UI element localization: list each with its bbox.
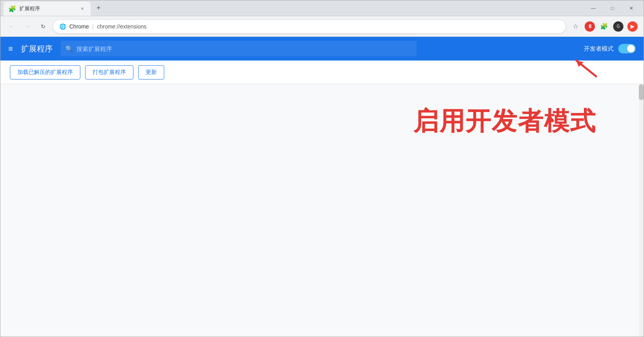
address-bar: ← → ↻ 🌐 Chrome | chrome://extensions ☆ ⏸… bbox=[0, 16, 644, 37]
pack-extension-button[interactable]: 打包扩展程序 bbox=[85, 65, 133, 80]
extension-icon-2[interactable]: ▶ bbox=[626, 20, 639, 33]
tab-close-button[interactable]: × bbox=[79, 5, 86, 12]
star-icon: ☆ bbox=[573, 23, 578, 30]
profile-button[interactable]: G bbox=[612, 20, 625, 33]
tab-extension-icon: 🧩 bbox=[8, 5, 16, 13]
url-separator: | bbox=[92, 23, 94, 30]
minimize-button[interactable]: — bbox=[584, 0, 602, 16]
back-button[interactable]: ← bbox=[5, 20, 18, 33]
title-bar: 🧩 扩展程序 × + — □ ✕ bbox=[0, 0, 644, 16]
tab-title: 扩展程序 bbox=[19, 5, 76, 12]
search-bar[interactable]: 🔍 bbox=[61, 41, 417, 57]
main-content: 启用开发者模式 bbox=[0, 84, 644, 337]
load-unpacked-button[interactable]: 加载已解压的扩展程序 bbox=[10, 65, 80, 80]
bookmark-button[interactable]: ☆ bbox=[569, 20, 582, 33]
profile-avatar: G bbox=[613, 21, 623, 32]
search-input[interactable] bbox=[76, 45, 412, 52]
extensions-menu-button[interactable]: 🧩 bbox=[598, 20, 610, 33]
extensions-page-title: 扩展程序 bbox=[21, 44, 53, 54]
developer-mode-area: 开发者模式 bbox=[584, 44, 636, 53]
puzzle-icon: 🧩 bbox=[600, 23, 608, 30]
new-tab-button[interactable]: + bbox=[92, 2, 105, 15]
dev-mode-toggle[interactable] bbox=[618, 44, 636, 53]
chrome-label: Chrome bbox=[69, 23, 89, 30]
site-info-icon: 🌐 bbox=[59, 23, 66, 30]
red-extension-icon: ⏸ bbox=[585, 21, 595, 32]
toggle-knob bbox=[627, 45, 635, 53]
extensions-header: ≡ 扩展程序 🔍 开发者模式 bbox=[0, 37, 644, 61]
extension-icon-1[interactable]: ⏸ bbox=[583, 20, 596, 33]
scrollbar-thumb[interactable] bbox=[639, 84, 644, 100]
toolbar-row: 加载已解压的扩展程序 打包扩展程序 更新 bbox=[0, 61, 644, 84]
forward-button[interactable]: → bbox=[21, 20, 34, 33]
close-window-button[interactable]: ✕ bbox=[622, 0, 640, 16]
url-bar[interactable]: 🌐 Chrome | chrome://extensions bbox=[53, 19, 566, 34]
arrow-annotation bbox=[572, 57, 604, 82]
refresh-button[interactable]: ↻ bbox=[37, 20, 49, 33]
enable-dev-mode-text: 启用开发者模式 bbox=[413, 104, 596, 138]
toolbar-icons: ☆ ⏸ 🧩 G ▶ bbox=[569, 20, 639, 33]
scrollbar[interactable] bbox=[639, 84, 644, 337]
dev-mode-label: 开发者模式 bbox=[584, 45, 614, 53]
update-button[interactable]: 更新 bbox=[138, 65, 164, 80]
arrow-icon bbox=[572, 57, 604, 80]
maximize-button[interactable]: □ bbox=[603, 0, 621, 16]
active-tab[interactable]: 🧩 扩展程序 × bbox=[4, 2, 91, 16]
url-text: chrome://extensions bbox=[97, 23, 559, 30]
search-icon: 🔍 bbox=[65, 45, 73, 53]
tab-strip: 🧩 扩展程序 × + bbox=[0, 0, 581, 16]
hamburger-menu-button[interactable]: ≡ bbox=[8, 44, 13, 53]
window-controls: — □ ✕ bbox=[581, 0, 644, 16]
orange-extension-icon: ▶ bbox=[627, 21, 638, 32]
